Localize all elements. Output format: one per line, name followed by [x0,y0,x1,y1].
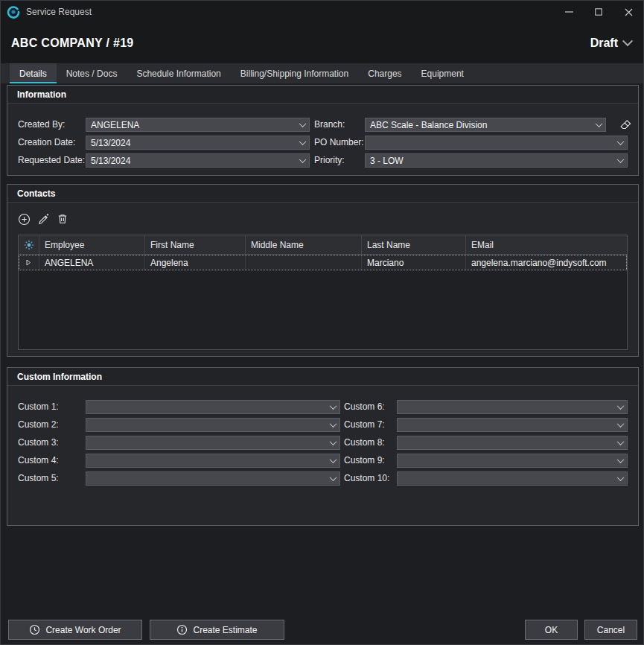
tab-details[interactable]: Details [10,63,57,83]
created-by-label: Created By: [18,118,65,132]
create-work-order-button[interactable]: Create Work Order [8,620,142,640]
custom-7-combo[interactable] [397,418,628,432]
chevron-down-icon [296,118,309,131]
cell-middle-name [246,255,362,270]
eraser-icon [619,119,632,130]
custom-5-combo[interactable] [86,471,340,486]
delete-contact-button[interactable] [55,212,70,226]
chevron-down-icon [613,454,627,467]
custom-1-combo[interactable] [86,400,340,414]
custom-2-label: Custom 2: [18,418,59,432]
cell-email: angelena.marciano@indysoft.com [466,255,627,270]
custom-8-combo[interactable] [397,436,628,450]
close-button[interactable] [613,1,643,23]
priority-combo[interactable]: 3 - LOW [365,153,628,168]
cell-employee: ANGELENA [39,255,145,270]
priority-label: Priority: [314,153,345,168]
create-work-order-label: Create Work Order [45,625,121,635]
status-label: Draft [590,36,618,50]
contacts-panel: Contacts Employee First Name Middle Name… [7,184,639,357]
custom-2-combo[interactable] [86,418,340,432]
tab-schedule-information[interactable]: Schedule Information [127,63,230,83]
contacts-panel-title: Contacts [7,185,638,203]
ok-button[interactable]: OK [525,620,578,640]
row-expander[interactable] [19,255,39,270]
column-chooser-button[interactable] [19,235,39,254]
create-estimate-label: Create Estimate [193,625,257,635]
edit-contact-button[interactable] [36,212,51,226]
priority-value: 3 - LOW [370,156,613,166]
created-by-value: ANGELENA [91,120,296,130]
tab-charges[interactable]: Charges [358,63,411,83]
column-header-employee[interactable]: Employee [39,235,145,254]
tabbar: Details Notes / Docs Schedule Informatio… [1,63,643,83]
contacts-grid-header: Employee First Name Middle Name Last Nam… [19,235,627,255]
chevron-down-icon [326,401,339,413]
cell-last-name: Marciano [362,255,466,270]
tab-notes-docs[interactable]: Notes / Docs [57,63,127,83]
sun-icon [24,240,34,250]
created-by-combo[interactable]: ANGELENA [86,118,310,132]
chevron-down-icon [613,154,627,167]
cancel-label: Cancel [597,625,625,635]
custom-information-panel-title: Custom Information [7,368,638,386]
po-number-combo[interactable] [365,136,628,150]
custom-information-panel: Custom Information Custom 1: Custom 2: C… [7,367,639,526]
minimize-button[interactable] [554,1,584,23]
info-icon [176,624,188,635]
table-row[interactable]: ANGELENA Angelena Marciano angelena.marc… [19,255,627,270]
chevron-down-icon [296,154,309,167]
create-estimate-button[interactable]: Create Estimate [150,620,284,640]
creation-date-combo[interactable]: 5/13/2024 [86,136,310,150]
information-panel-title: Information [7,86,638,104]
chevron-down-icon [613,472,627,485]
information-panel: Information Created By: ANGELENA Creatio… [7,85,639,176]
creation-date-value: 5/13/2024 [91,138,296,148]
chevron-down-icon [296,136,309,149]
clear-branch-button[interactable] [618,117,633,132]
chevron-down-icon [326,436,339,449]
custom-6-combo[interactable] [397,400,628,414]
ok-label: OK [545,625,558,635]
cell-first-name: Angelena [145,255,246,270]
chevron-down-icon [613,436,627,449]
add-contact-button[interactable] [16,212,31,226]
chevron-down-icon [326,419,339,431]
custom-10-combo[interactable] [397,471,628,486]
custom-3-combo[interactable] [86,436,340,450]
status-dropdown[interactable]: Draft [590,36,631,50]
creation-date-label: Creation Date: [18,136,75,150]
maximize-button[interactable] [584,1,613,23]
app-logo-icon [7,5,20,19]
column-header-middle-name[interactable]: Middle Name [246,235,362,254]
requested-date-label: Requested Date: [18,153,85,168]
custom-3-label: Custom 3: [18,436,59,450]
clock-icon [29,624,40,635]
tab-equipment[interactable]: Equipment [412,63,474,83]
custom-4-combo[interactable] [86,454,340,468]
chevron-down-icon [613,419,627,431]
contacts-toolbar [16,212,70,226]
titlebar: Service Request [1,1,643,23]
custom-9-label: Custom 9: [344,454,385,468]
custom-9-combo[interactable] [397,454,628,468]
requested-date-value: 5/13/2024 [91,156,296,166]
column-header-first-name[interactable]: First Name [145,235,246,254]
contacts-grid: Employee First Name Middle Name Last Nam… [18,235,628,350]
column-header-email[interactable]: EMail [466,235,627,254]
cancel-button[interactable]: Cancel [584,620,637,640]
trash-icon [57,213,68,225]
edit-icon [37,213,50,226]
tab-billing-shipping-information[interactable]: Billing/Shipping Information [231,63,358,83]
header: ABC COMPANY / #19 Draft [1,23,643,63]
custom-7-label: Custom 7: [344,418,385,432]
chevron-down-icon [326,454,339,467]
requested-date-combo[interactable]: 5/13/2024 [86,153,310,168]
chevron-down-icon [326,472,339,485]
column-header-last-name[interactable]: Last Name [362,235,466,254]
chevron-down-icon [613,401,627,413]
expand-triangle-icon [26,259,31,266]
chevron-down-icon [592,118,605,131]
custom-5-label: Custom 5: [18,471,59,486]
branch-combo[interactable]: ABC Scale - Balance Division [365,118,606,132]
